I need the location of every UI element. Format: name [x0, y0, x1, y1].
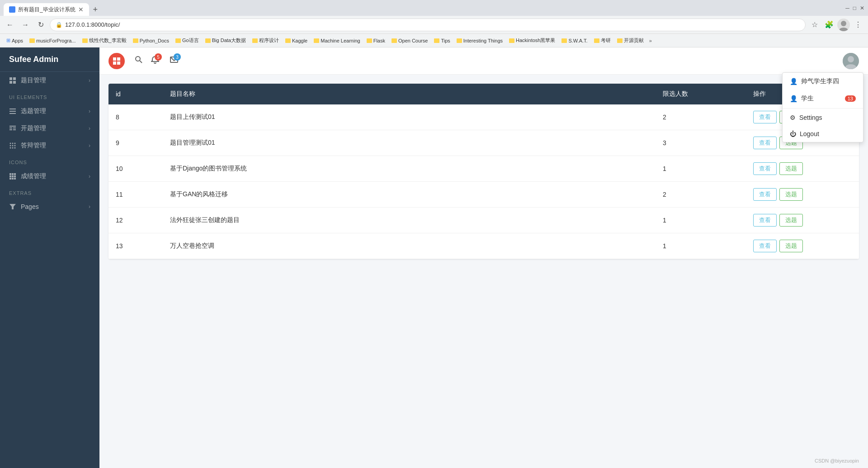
app-header: 5 3	[99, 47, 868, 75]
close-icon[interactable]: ✕	[860, 5, 864, 11]
svg-point-17	[10, 145, 11, 147]
cell-limit: 3	[656, 133, 746, 153]
bookmark-opensource-label: 开源贡献	[624, 37, 644, 44]
sidebar-item-pages[interactable]: Pages ›	[0, 199, 99, 215]
list-icon	[9, 108, 16, 115]
dropdown-item-logout[interactable]: ⏻ Logout	[783, 126, 863, 142]
bookmark-flask[interactable]: Flask	[364, 37, 388, 44]
cell-id: 11	[108, 184, 163, 204]
svg-point-0	[841, 21, 846, 26]
bookmark-apps-label: Apps	[12, 38, 23, 43]
sidebar-item-select-mgmt[interactable]: 选题管理 ›	[0, 103, 99, 120]
svg-rect-2	[9, 77, 12, 80]
user-icon: 👤	[790, 78, 797, 85]
action-buttons: 查看 选题	[753, 162, 852, 175]
chevron-right-icon: ›	[89, 142, 90, 149]
col-header-id: id	[108, 84, 163, 104]
bookmark-kaggle-label: Kaggle	[292, 38, 307, 43]
user-avatar[interactable]	[843, 53, 859, 69]
chevron-right-icon: ›	[89, 173, 90, 180]
footer-text: CSDN @biyezuopin	[815, 458, 859, 463]
bookmark-opencourse[interactable]: Open Course	[389, 37, 430, 44]
table-icon	[9, 125, 16, 132]
bookmark-swat[interactable]: S.W.A.T.	[559, 37, 590, 44]
minimize-icon[interactable]: ─	[845, 5, 849, 11]
svg-rect-7	[9, 111, 16, 112]
bookmark-go[interactable]: Go语言	[173, 36, 202, 45]
dropdown-item-name[interactable]: 👤 帅气学生李四	[783, 73, 863, 90]
select-button[interactable]: 选题	[779, 162, 803, 175]
bookmark-music[interactable]: musicForProgra...	[27, 37, 78, 44]
folder-icon	[434, 38, 439, 43]
svg-point-20	[10, 147, 11, 149]
view-button[interactable]: 查看	[753, 188, 777, 201]
view-button[interactable]: 查看	[753, 162, 777, 175]
grid-small-icon	[9, 173, 16, 180]
bookmark-kaggle[interactable]: Kaggle	[283, 37, 310, 44]
bookmark-python[interactable]: Python_Docs	[130, 37, 172, 44]
app-container: Sufee Admin 题目管理 › UI ELEMENTS	[0, 47, 868, 468]
bookmark-ml[interactable]: Machine Learning	[311, 37, 363, 44]
bookmark-bigdata[interactable]: Big Data大数据	[203, 36, 249, 45]
dropdown-item-settings[interactable]: ⚙ Settings	[783, 109, 863, 126]
sidebar-item-left: 开题管理	[9, 124, 46, 132]
chevron-right-icon: ›	[89, 203, 90, 210]
view-button[interactable]: 查看	[753, 214, 777, 227]
active-tab[interactable]: 所有题目_毕业设计系统 ✕	[4, 3, 89, 16]
browser-toolbar: ← → ↻ 🔒 127.0.0.1:8000/topic/ ☆ 🧩 ⋮	[0, 16, 868, 34]
view-button[interactable]: 查看	[753, 111, 777, 123]
back-button[interactable]: ←	[4, 19, 16, 31]
folder-icon	[29, 38, 35, 43]
svg-rect-30	[12, 178, 14, 180]
sidebar-item-grade-mgmt[interactable]: 成绩管理 ›	[0, 168, 99, 185]
message-button[interactable]: 3	[170, 56, 178, 66]
select-button[interactable]: 选题	[779, 240, 803, 252]
cell-actions: 查看 选题	[746, 233, 859, 259]
data-table: id 题目名称 限选人数 操作 8 题目上传测试01 2 查看 选题	[108, 84, 859, 259]
sidebar-item-left: 题目管理	[9, 76, 46, 85]
cell-limit: 1	[656, 159, 746, 179]
cell-name: 题目上传测试01	[163, 107, 656, 128]
search-button[interactable]	[135, 56, 143, 66]
sidebar-item-defense-mgmt[interactable]: 答辩管理 ›	[0, 137, 99, 154]
bookmarks-more[interactable]: »	[647, 37, 654, 44]
bookmark-opensource[interactable]: 开源贡献	[614, 36, 646, 45]
bookmark-tips[interactable]: Tips	[431, 37, 453, 44]
dropdown-settings-label: Settings	[799, 114, 822, 121]
select-button[interactable]: 选题	[779, 188, 803, 201]
menu-icon[interactable]: ⋮	[852, 19, 864, 31]
dropdown-item-student[interactable]: 👤 学生 13	[783, 90, 863, 107]
star-icon[interactable]: ☆	[808, 19, 821, 31]
window-controls: ─ □ ✕	[845, 5, 864, 11]
tab-title: 所有题目_毕业设计系统	[18, 6, 75, 14]
bookmark-programming[interactable]: 程序设计	[250, 36, 282, 45]
sidebar-item-left: 成绩管理	[9, 172, 46, 180]
svg-rect-13	[13, 129, 16, 130]
bookmark-interesting[interactable]: Interesting Things	[454, 37, 505, 44]
extension-icon[interactable]: 🧩	[823, 19, 835, 31]
reload-button[interactable]: ↻	[34, 19, 47, 31]
view-button[interactable]: 查看	[753, 137, 777, 149]
notification-button[interactable]: 5	[151, 56, 159, 66]
address-bar[interactable]: 🔒 127.0.0.1:8000/topic/	[50, 19, 806, 31]
svg-rect-25	[14, 173, 16, 175]
bookmark-research[interactable]: 考研	[591, 36, 613, 45]
maximize-icon[interactable]: □	[853, 5, 856, 11]
new-tab-button[interactable]: +	[89, 3, 102, 16]
filter-icon	[9, 203, 16, 210]
tab-close-btn[interactable]: ✕	[78, 6, 84, 13]
sidebar-item-open-mgmt[interactable]: 开题管理 ›	[0, 120, 99, 137]
sidebar-item-topic-mgmt[interactable]: 题目管理 ›	[0, 72, 99, 89]
select-button[interactable]: 选题	[779, 214, 803, 227]
bookmark-apps[interactable]: ⊞ Apps	[4, 37, 26, 44]
bookmark-hackintosh[interactable]: Hackintosh黑苹果	[506, 36, 558, 45]
profile-icon[interactable]	[837, 19, 850, 31]
svg-rect-6	[9, 109, 16, 109]
bookmark-linear-algebra[interactable]: 线性代数_李宏毅	[80, 36, 129, 45]
svg-rect-5	[13, 81, 16, 84]
table-row: 11 基于GAN的风格迁移 2 查看 选题	[108, 182, 859, 208]
view-button[interactable]: 查看	[753, 240, 777, 252]
forward-button[interactable]: →	[19, 19, 32, 31]
sidebar-label-select: 选题管理	[21, 107, 46, 115]
svg-rect-33	[113, 57, 116, 61]
